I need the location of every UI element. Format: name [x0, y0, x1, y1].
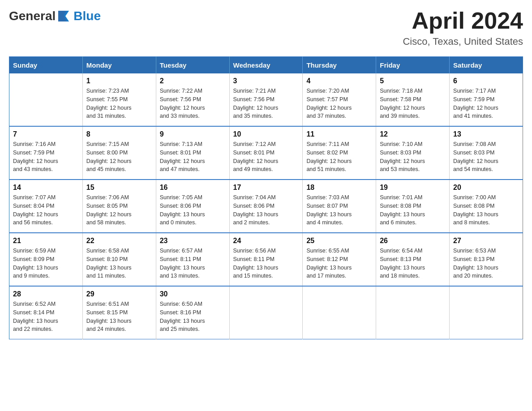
- day-info: Sunrise: 7:12 AM Sunset: 8:01 PM Dayligh…: [233, 140, 299, 174]
- day-cell: 14Sunrise: 7:07 AM Sunset: 8:04 PM Dayli…: [9, 180, 83, 233]
- week-row-1: 1Sunrise: 7:23 AM Sunset: 7:55 PM Daylig…: [9, 73, 523, 126]
- day-info: Sunrise: 7:07 AM Sunset: 8:04 PM Dayligh…: [13, 193, 79, 227]
- day-number: 4: [306, 77, 372, 85]
- day-info: Sunrise: 6:59 AM Sunset: 8:09 PM Dayligh…: [13, 247, 79, 280]
- day-number: 23: [160, 237, 226, 245]
- day-number: 19: [380, 184, 446, 192]
- day-cell: 22Sunrise: 6:58 AM Sunset: 8:10 PM Dayli…: [82, 233, 156, 286]
- day-cell: 17Sunrise: 7:04 AM Sunset: 8:06 PM Dayli…: [229, 180, 303, 233]
- day-info: Sunrise: 7:20 AM Sunset: 7:57 PM Dayligh…: [306, 87, 372, 120]
- header-row: SundayMondayTuesdayWednesdayThursdayFrid…: [9, 57, 523, 74]
- day-info: Sunrise: 7:03 AM Sunset: 8:07 PM Dayligh…: [306, 193, 372, 227]
- day-info: Sunrise: 6:56 AM Sunset: 8:11 PM Dayligh…: [233, 247, 299, 280]
- day-number: 7: [13, 130, 79, 138]
- day-cell: 27Sunrise: 6:53 AM Sunset: 8:13 PM Dayli…: [450, 233, 523, 286]
- calendar-table: SundayMondayTuesdayWednesdayThursdayFrid…: [9, 56, 523, 339]
- day-number: 16: [160, 184, 226, 192]
- day-info: Sunrise: 7:22 AM Sunset: 7:56 PM Dayligh…: [160, 87, 226, 120]
- day-number: 17: [233, 184, 299, 192]
- day-number: 5: [380, 77, 446, 85]
- day-number: 22: [86, 237, 152, 245]
- calendar-body: 1Sunrise: 7:23 AM Sunset: 7:55 PM Daylig…: [9, 73, 523, 339]
- week-row-3: 14Sunrise: 7:07 AM Sunset: 8:04 PM Dayli…: [9, 180, 523, 233]
- day-cell: 10Sunrise: 7:12 AM Sunset: 8:01 PM Dayli…: [229, 126, 303, 180]
- day-cell: 4Sunrise: 7:20 AM Sunset: 7:57 PM Daylig…: [303, 73, 376, 126]
- day-cell: 28Sunrise: 6:52 AM Sunset: 8:14 PM Dayli…: [9, 286, 83, 339]
- day-number: 27: [453, 237, 519, 245]
- day-cell: [9, 73, 83, 126]
- day-number: 9: [160, 130, 226, 138]
- day-info: Sunrise: 6:54 AM Sunset: 8:13 PM Dayligh…: [380, 247, 446, 280]
- day-cell: 26Sunrise: 6:54 AM Sunset: 8:13 PM Dayli…: [376, 233, 450, 286]
- day-cell: [303, 286, 376, 339]
- day-info: Sunrise: 7:16 AM Sunset: 7:59 PM Dayligh…: [13, 140, 79, 174]
- day-cell: 15Sunrise: 7:06 AM Sunset: 8:05 PM Dayli…: [82, 180, 156, 233]
- day-number: 13: [453, 130, 519, 138]
- day-cell: 2Sunrise: 7:22 AM Sunset: 7:56 PM Daylig…: [156, 73, 229, 126]
- header-cell-wednesday: Wednesday: [229, 57, 303, 74]
- day-cell: 23Sunrise: 6:57 AM Sunset: 8:11 PM Dayli…: [156, 233, 229, 286]
- day-number: 12: [380, 130, 446, 138]
- day-number: 8: [86, 130, 152, 138]
- day-info: Sunrise: 6:51 AM Sunset: 8:15 PM Dayligh…: [86, 300, 152, 334]
- day-info: Sunrise: 7:04 AM Sunset: 8:06 PM Dayligh…: [233, 193, 299, 227]
- header-cell-thursday: Thursday: [303, 57, 376, 74]
- day-info: Sunrise: 6:53 AM Sunset: 8:13 PM Dayligh…: [453, 247, 519, 280]
- calendar-header: SundayMondayTuesdayWednesdayThursdayFrid…: [9, 57, 523, 74]
- header-cell-saturday: Saturday: [450, 57, 523, 74]
- logo-flag-icon: [56, 9, 71, 23]
- day-cell: 7Sunrise: 7:16 AM Sunset: 7:59 PM Daylig…: [9, 126, 83, 180]
- day-info: Sunrise: 7:01 AM Sunset: 8:08 PM Dayligh…: [380, 193, 446, 227]
- day-number: 26: [380, 237, 446, 245]
- day-number: 11: [306, 130, 372, 138]
- logo-text-blue: Blue: [73, 9, 101, 23]
- day-cell: 8Sunrise: 7:15 AM Sunset: 8:00 PM Daylig…: [82, 126, 156, 180]
- day-cell: 29Sunrise: 6:51 AM Sunset: 8:15 PM Dayli…: [82, 286, 156, 339]
- day-number: 6: [453, 77, 519, 85]
- day-info: Sunrise: 7:06 AM Sunset: 8:05 PM Dayligh…: [86, 193, 152, 227]
- day-cell: 12Sunrise: 7:10 AM Sunset: 8:03 PM Dayli…: [376, 126, 450, 180]
- header-cell-monday: Monday: [82, 57, 156, 74]
- day-info: Sunrise: 6:55 AM Sunset: 8:12 PM Dayligh…: [306, 247, 372, 280]
- day-info: Sunrise: 7:15 AM Sunset: 8:00 PM Dayligh…: [86, 140, 152, 174]
- day-info: Sunrise: 7:21 AM Sunset: 7:56 PM Dayligh…: [233, 87, 299, 120]
- day-cell: 1Sunrise: 7:23 AM Sunset: 7:55 PM Daylig…: [82, 73, 156, 126]
- day-cell: 19Sunrise: 7:01 AM Sunset: 8:08 PM Dayli…: [376, 180, 450, 233]
- day-number: 10: [233, 130, 299, 138]
- day-number: 14: [13, 184, 79, 192]
- day-cell: 24Sunrise: 6:56 AM Sunset: 8:11 PM Dayli…: [229, 233, 303, 286]
- day-number: 20: [453, 184, 519, 192]
- day-cell: 30Sunrise: 6:50 AM Sunset: 8:16 PM Dayli…: [156, 286, 229, 339]
- week-row-4: 21Sunrise: 6:59 AM Sunset: 8:09 PM Dayli…: [9, 233, 523, 286]
- logo-text-general: General: [9, 9, 56, 23]
- day-cell: 20Sunrise: 7:00 AM Sunset: 8:08 PM Dayli…: [450, 180, 523, 233]
- day-cell: 5Sunrise: 7:18 AM Sunset: 7:58 PM Daylig…: [376, 73, 450, 126]
- week-row-2: 7Sunrise: 7:16 AM Sunset: 7:59 PM Daylig…: [9, 126, 523, 180]
- logo: General Blue: [9, 9, 101, 23]
- week-row-5: 28Sunrise: 6:52 AM Sunset: 8:14 PM Dayli…: [9, 286, 523, 339]
- day-number: 2: [160, 77, 226, 85]
- day-number: 1: [86, 77, 152, 85]
- day-info: Sunrise: 6:57 AM Sunset: 8:11 PM Dayligh…: [160, 247, 226, 280]
- day-cell: [450, 286, 523, 339]
- title-area: April 2024 Cisco, Texas, United States: [403, 9, 523, 47]
- day-number: 24: [233, 237, 299, 245]
- day-number: 30: [160, 290, 226, 298]
- month-year-title: April 2024: [403, 9, 523, 32]
- day-info: Sunrise: 7:05 AM Sunset: 8:06 PM Dayligh…: [160, 193, 226, 227]
- day-info: Sunrise: 7:08 AM Sunset: 8:03 PM Dayligh…: [453, 140, 519, 174]
- day-cell: 13Sunrise: 7:08 AM Sunset: 8:03 PM Dayli…: [450, 126, 523, 180]
- day-cell: [376, 286, 450, 339]
- day-number: 25: [306, 237, 372, 245]
- header: General Blue April 2024 Cisco, Texas, Un…: [9, 9, 523, 47]
- day-number: 15: [86, 184, 152, 192]
- day-cell: 18Sunrise: 7:03 AM Sunset: 8:07 PM Dayli…: [303, 180, 376, 233]
- location-subtitle: Cisco, Texas, United States: [403, 36, 523, 47]
- day-cell: 25Sunrise: 6:55 AM Sunset: 8:12 PM Dayli…: [303, 233, 376, 286]
- day-cell: 9Sunrise: 7:13 AM Sunset: 8:01 PM Daylig…: [156, 126, 229, 180]
- day-cell: [229, 286, 303, 339]
- day-info: Sunrise: 7:18 AM Sunset: 7:58 PM Dayligh…: [380, 87, 446, 120]
- day-info: Sunrise: 7:11 AM Sunset: 8:02 PM Dayligh…: [306, 140, 372, 174]
- day-cell: 11Sunrise: 7:11 AM Sunset: 8:02 PM Dayli…: [303, 126, 376, 180]
- day-number: 18: [306, 184, 372, 192]
